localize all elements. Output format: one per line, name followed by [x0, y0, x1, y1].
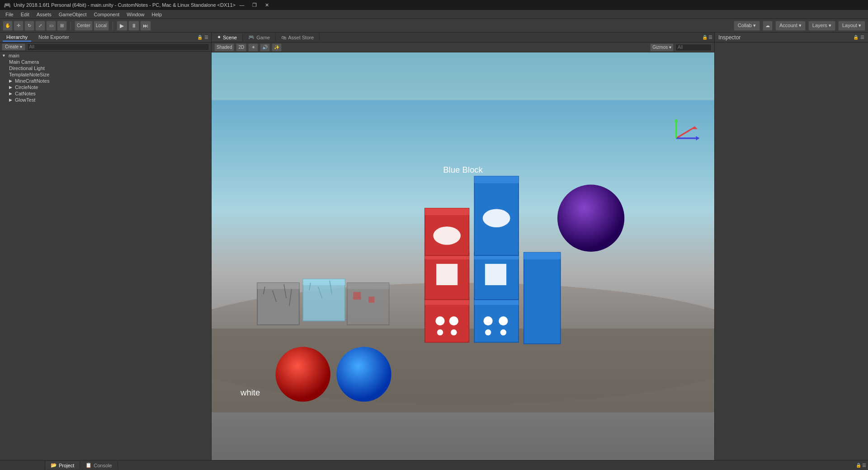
menu-assets[interactable]: Assets [33, 11, 55, 18]
tool-scale[interactable]: ⤢ [35, 21, 45, 31]
hierarchy-item-main-camera-label: Main Camera [9, 59, 39, 65]
tool-rotate[interactable]: ↻ [24, 21, 34, 31]
inspector-content [715, 42, 868, 460]
hierarchy-search[interactable] [27, 43, 209, 51]
scene-tabs: ✦ Scene 🎮 Game 🛍 Asset Store 🔒 ☰ [212, 33, 714, 42]
menu-gameobject[interactable]: GameObject [55, 11, 90, 18]
tool-multi[interactable]: ⊞ [57, 21, 67, 31]
hierarchy-item-cat-notes[interactable]: ▶ CatNotes [0, 90, 211, 97]
layout-dropdown[interactable]: Layout ▾ [838, 21, 865, 31]
step-button[interactable]: ⏭ [140, 21, 151, 31]
svg-rect-43 [524, 253, 561, 259]
hierarchy-item-directional-light[interactable]: Directional Light [0, 65, 211, 71]
close-button[interactable]: ✕ [261, 0, 274, 10]
tab-game[interactable]: 🎮 Game [243, 33, 276, 41]
menu-edit[interactable]: Edit [17, 11, 33, 18]
scene-lock[interactable]: 🔒 [702, 35, 708, 40]
hierarchy-item-circle-note[interactable]: ▶ CircleNote [0, 84, 211, 90]
hierarchy-item-main[interactable]: ▼ main [0, 52, 211, 59]
hierarchy-item-minecraft-notes[interactable]: ▶ MineCraftNotes [0, 78, 211, 84]
minimize-button[interactable]: — [236, 0, 248, 10]
menu-help[interactable]: Help [148, 11, 165, 18]
tool-rect[interactable]: ▭ [46, 21, 56, 31]
play-controls: ▶ ⏸ ⏭ [117, 21, 151, 31]
arrow-main: ▼ [2, 53, 6, 58]
arrow-cat: ▶ [9, 91, 12, 96]
hierarchy-item-minecraft-notes-label: MineCraftNotes [15, 78, 49, 84]
scene-effects[interactable]: ✨ [272, 43, 282, 52]
inspector-lock[interactable]: 🔒 [853, 35, 859, 40]
blue-block-label: Blue Block [443, 165, 483, 174]
main-layout: Hierarchy Note Exporter 🔒 ☰ Create ▾ ▼ m… [0, 33, 868, 460]
scene-menu[interactable]: ☰ [708, 35, 712, 40]
scene-lighting[interactable]: ☀ [248, 43, 258, 52]
blue-sphere [336, 347, 391, 401]
main-toolbar: ✋ ✛ ↻ ⤢ ▭ ⊞ Center Local ▶ ⏸ ⏭ Collab ▾ … [0, 19, 868, 33]
shading-mode[interactable]: Shaded [214, 43, 234, 52]
pivot-local-button[interactable]: Local [94, 21, 109, 31]
hierarchy-item-directional-light-label: Directional Light [9, 66, 45, 71]
inspector-panel: Inspector 🔒 ☰ [714, 33, 868, 460]
hierarchy-item-glow-test[interactable]: ▶ GlowTest [0, 97, 211, 103]
project-panel: 📂 Project 📋 Console 🔒 ☰ Create ▾ 🔍 ⊞ [45, 461, 868, 470]
scene-audio[interactable]: 🔊 [260, 43, 270, 52]
menu-window[interactable]: Window [123, 11, 148, 18]
console-tab-label: Console [94, 463, 112, 468]
svg-point-34 [485, 329, 491, 335]
arrow-circle: ▶ [9, 85, 12, 89]
tool-hand[interactable]: ✋ [3, 21, 13, 31]
pivot-center-button[interactable]: Center [75, 21, 93, 31]
scene-svg: white Blue Block [212, 52, 714, 460]
bottom-layout: ▼ ★ Favorites ○ All Materials ○ All Mode… [0, 460, 868, 470]
tab-project[interactable]: 📂 Project [45, 461, 80, 469]
play-button[interactable]: ▶ [117, 21, 127, 31]
arrow-minecraft: ▶ [9, 79, 12, 83]
hierarchy-lock[interactable]: 🔒 [197, 35, 203, 40]
scene-viewport[interactable]: white Blue Block [212, 52, 714, 460]
project-lock[interactable]: 🔒 [856, 463, 861, 468]
hierarchy-panel: Hierarchy Note Exporter 🔒 ☰ Create ▾ ▼ m… [0, 33, 212, 460]
layers-dropdown[interactable]: Layers ▾ [808, 21, 835, 31]
app-icon: 🎮 [4, 2, 11, 9]
inspector-header: Inspector 🔒 ☰ [715, 33, 868, 42]
tool-move[interactable]: ✛ [14, 21, 24, 31]
inspector-menu[interactable]: ☰ [860, 35, 864, 40]
maximize-button[interactable]: ❐ [248, 0, 261, 10]
svg-rect-38 [485, 264, 506, 285]
hierarchy-item-glow-test-label: GlowTest [15, 97, 35, 103]
tab-note-exporter[interactable]: Note Exporter [35, 33, 73, 42]
project-menu[interactable]: ☰ [862, 463, 866, 468]
menu-bar: File Edit Assets GameObject Component Wi… [0, 10, 868, 19]
game-tab-icon: 🎮 [248, 34, 255, 40]
collab-dropdown[interactable]: Collab ▾ [734, 21, 760, 31]
dim-2d[interactable]: 2D [236, 43, 246, 52]
tab-asset-store[interactable]: 🛍 Asset Store [276, 34, 320, 41]
svg-rect-15 [347, 283, 389, 289]
svg-rect-3 [257, 283, 299, 325]
hierarchy-item-template-note[interactable]: TemplateNoteSize [0, 71, 211, 78]
inspector-title: Inspector [718, 34, 741, 41]
hierarchy-item-cat-notes-label: CatNotes [15, 91, 36, 96]
hierarchy-header: Hierarchy Note Exporter 🔒 ☰ [0, 33, 211, 42]
pivot-center-label: Center [77, 23, 90, 28]
hierarchy-menu[interactable]: ☰ [204, 35, 208, 40]
hierarchy-create-button[interactable]: Create ▾ [2, 43, 25, 51]
pause-button[interactable]: ⏸ [128, 21, 139, 31]
gizmos-button[interactable]: Gizmos ▾ [650, 43, 674, 52]
svg-rect-16 [353, 292, 361, 300]
svg-point-22 [437, 329, 443, 335]
menu-component[interactable]: Component [90, 11, 123, 18]
scene-panel: ✦ Scene 🎮 Game 🛍 Asset Store 🔒 ☰ Shaded … [212, 33, 714, 460]
console-tab-icon: 📋 [85, 462, 92, 468]
tab-hierarchy[interactable]: Hierarchy [3, 33, 31, 42]
cloud-button[interactable]: ☁ [763, 21, 773, 31]
svg-rect-42 [524, 253, 561, 344]
tab-console[interactable]: 📋 Console [80, 461, 118, 469]
menu-file[interactable]: File [2, 11, 17, 18]
svg-point-33 [499, 316, 508, 325]
tab-scene[interactable]: ✦ Scene [212, 33, 243, 41]
account-dropdown[interactable]: Account ▾ [775, 21, 806, 31]
arrow-glow: ▶ [9, 98, 12, 102]
hierarchy-item-main-camera[interactable]: Main Camera [0, 59, 211, 65]
scene-search[interactable] [675, 44, 712, 51]
